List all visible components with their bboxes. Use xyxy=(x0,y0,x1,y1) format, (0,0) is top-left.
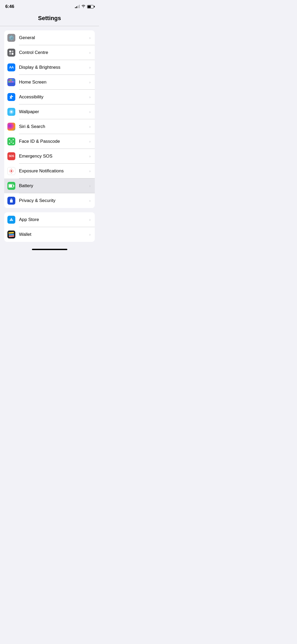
wallet-label: Wallet xyxy=(19,232,89,237)
display-brightness-icon: AA xyxy=(7,63,15,71)
svg-point-27 xyxy=(11,170,12,172)
svg-rect-4 xyxy=(8,79,10,81)
svg-rect-0 xyxy=(9,50,11,52)
settings-row-privacy-security[interactable]: Privacy & Security › xyxy=(4,193,95,208)
svg-rect-6 xyxy=(12,79,13,81)
svg-rect-7 xyxy=(14,79,15,81)
settings-row-siri-search[interactable]: Siri & Search › xyxy=(4,119,95,134)
svg-rect-23 xyxy=(13,142,14,144)
svg-point-25 xyxy=(12,140,12,141)
app-store-chevron: › xyxy=(89,218,91,222)
exposure-chevron: › xyxy=(89,169,91,173)
display-brightness-chevron: › xyxy=(89,65,91,70)
wallet-chevron: › xyxy=(89,232,91,237)
siri-icon xyxy=(7,123,15,131)
control-centre-icon xyxy=(7,49,15,57)
svg-rect-22 xyxy=(9,142,10,144)
settings-row-emergency-sos[interactable]: SOS Emergency SOS › xyxy=(4,149,95,164)
svg-rect-21 xyxy=(13,139,14,140)
svg-point-28 xyxy=(11,169,12,169)
status-icons xyxy=(75,4,94,9)
settings-row-home-screen[interactable]: Home Screen › xyxy=(4,75,95,90)
wallet-icon xyxy=(7,231,15,238)
wifi-icon xyxy=(81,4,86,9)
home-screen-icon xyxy=(7,78,15,86)
control-centre-chevron: › xyxy=(89,50,91,55)
accessibility-icon xyxy=(7,93,15,101)
svg-point-35 xyxy=(12,172,13,172)
battery-chevron: › xyxy=(89,184,91,188)
top-divider xyxy=(0,26,99,26)
settings-row-general[interactable]: ⚙️ General › xyxy=(4,30,95,45)
settings-row-face-id[interactable]: Face ID & Passcode › xyxy=(4,134,95,149)
wallpaper-icon xyxy=(7,108,15,116)
privacy-security-chevron: › xyxy=(89,199,91,203)
settings-section-2: App Store › Wallet › xyxy=(4,212,95,242)
signal-icon xyxy=(75,5,80,8)
exposure-label: Exposure Notifications xyxy=(19,168,89,174)
svg-rect-10 xyxy=(12,81,13,82)
app-store-icon xyxy=(7,216,15,224)
privacy-security-icon xyxy=(7,197,15,205)
general-icon: ⚙️ xyxy=(7,34,15,42)
control-centre-label: Control Centre xyxy=(19,50,89,55)
home-bar xyxy=(32,249,67,250)
svg-point-33 xyxy=(12,169,13,170)
svg-point-34 xyxy=(10,172,10,172)
general-label: General xyxy=(19,35,89,40)
general-chevron: › xyxy=(89,36,91,40)
svg-rect-5 xyxy=(10,79,12,81)
face-id-icon xyxy=(7,137,15,145)
home-indicator xyxy=(0,246,99,252)
svg-rect-37 xyxy=(13,185,14,187)
svg-rect-9 xyxy=(10,81,12,82)
settings-row-battery[interactable]: Battery › xyxy=(4,178,95,193)
app-store-label: App Store xyxy=(19,217,89,222)
wallpaper-chevron: › xyxy=(89,110,91,114)
svg-rect-11 xyxy=(14,81,15,82)
page-title: Settings xyxy=(0,15,99,22)
svg-rect-3 xyxy=(12,53,13,55)
svg-rect-2 xyxy=(9,53,11,55)
status-bar: 6:46 xyxy=(0,0,99,12)
settings-row-wallpaper[interactable]: Wallpaper › xyxy=(4,104,95,119)
settings-row-control-centre[interactable]: Control Centre › xyxy=(4,45,95,60)
siri-search-chevron: › xyxy=(89,125,91,129)
page-title-container: Settings xyxy=(0,12,99,26)
svg-rect-1 xyxy=(12,50,13,52)
accessibility-chevron: › xyxy=(89,95,91,99)
face-id-chevron: › xyxy=(89,139,91,144)
svg-rect-20 xyxy=(9,139,10,140)
svg-rect-8 xyxy=(8,81,10,82)
emergency-sos-label: Emergency SOS xyxy=(19,154,89,159)
exposure-icon xyxy=(7,167,15,175)
svg-point-29 xyxy=(11,172,12,173)
settings-row-app-store[interactable]: App Store › xyxy=(4,212,95,227)
wallpaper-label: Wallpaper xyxy=(19,109,89,114)
display-brightness-label: Display & Brightness xyxy=(19,65,89,70)
battery-status-icon xyxy=(87,5,94,8)
status-time: 6:46 xyxy=(5,4,14,9)
svg-point-31 xyxy=(13,171,14,171)
settings-row-accessibility[interactable]: Accessibility › xyxy=(4,90,95,104)
settings-row-wallet[interactable]: Wallet › xyxy=(4,227,95,242)
emergency-sos-chevron: › xyxy=(89,154,91,158)
home-screen-chevron: › xyxy=(89,80,91,84)
battery-label: Battery xyxy=(19,183,89,188)
settings-row-exposure[interactable]: Exposure Notifications › xyxy=(4,164,95,178)
face-id-label: Face ID & Passcode xyxy=(19,139,89,144)
svg-point-12 xyxy=(11,95,12,96)
svg-rect-38 xyxy=(9,185,12,187)
emergency-sos-icon: SOS xyxy=(7,152,15,160)
siri-search-label: Siri & Search xyxy=(19,124,89,129)
battery-icon xyxy=(7,182,15,190)
svg-point-32 xyxy=(10,169,10,170)
privacy-security-label: Privacy & Security xyxy=(19,198,89,203)
settings-section-1: ⚙️ General › Control Centre › AA Display… xyxy=(4,30,95,208)
accessibility-label: Accessibility xyxy=(19,94,89,100)
settings-row-display-brightness[interactable]: AA Display & Brightness › xyxy=(4,60,95,75)
svg-point-30 xyxy=(9,171,10,171)
home-screen-label: Home Screen xyxy=(19,80,89,85)
svg-point-24 xyxy=(10,140,11,141)
